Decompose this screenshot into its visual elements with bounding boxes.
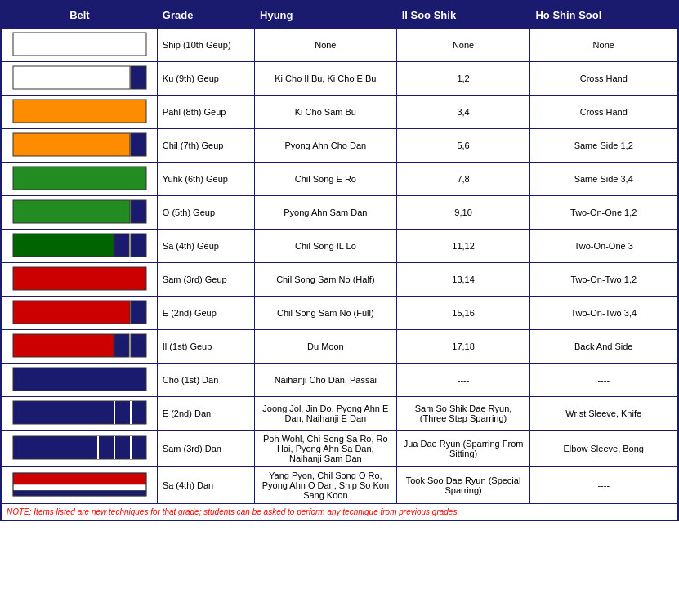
il-soo-shik-cell: None	[396, 29, 530, 62]
hyung-cell: Joong Jol, Jin Do, Pyong Ahn E Dan, Naih…	[255, 397, 397, 431]
table-row: Pahl (8th) GeupKi Cho Sam Bu3,4Cross Han…	[2, 96, 677, 129]
table-row: Sa (4th) GeupChil Song IL Lo11,12Two-On-…	[2, 230, 677, 263]
svg-rect-15	[13, 334, 114, 357]
ho-shin-sool-cell: Back And Side	[530, 330, 677, 364]
grade-header: Grade	[157, 2, 254, 29]
svg-rect-13	[13, 301, 130, 324]
svg-rect-27	[13, 484, 146, 491]
il-soo-shik-cell: 5,6	[396, 129, 530, 163]
table-row: Il (1st) GeupDu Moon17,18Back And Side	[2, 330, 677, 364]
table-row: O (5th) GeupPyong Ahn Sam Dan9,10Two-On-…	[2, 196, 677, 230]
table-row: Chil (7th) GeupPyong Ahn Cho Dan5,6Same …	[2, 129, 677, 163]
il-soo-shik-header: Il Soo Shik	[396, 2, 530, 29]
belt-cell	[2, 163, 158, 196]
hyung-cell: Chil Song Sam No (Half)	[255, 263, 397, 297]
il-soo-shik-cell: Sam So Shik Dae Ryun, (Three Step Sparri…	[396, 397, 530, 431]
il-soo-shik-cell: 9,10	[396, 196, 530, 230]
grade-cell: Sa (4th) Dan	[157, 467, 254, 504]
hyung-cell: Chil Song Sam No (Full)	[255, 297, 397, 330]
hyung-cell: Ki Cho Sam Bu	[255, 96, 397, 129]
hyung-cell: Poh Wohl, Chi Song Sa Ro, Ro Hai, Pyong …	[255, 431, 397, 467]
il-soo-shik-cell: 7,8	[396, 163, 530, 196]
grade-cell: Il (1st) Geup	[157, 330, 254, 364]
svg-rect-19	[13, 401, 146, 424]
ho-shin-sool-cell: Wrist Sleeve, Knife	[530, 397, 677, 431]
table-row: Yuhk (6th) GeupChil Song E Ro7,8Same Sid…	[2, 163, 677, 196]
svg-rect-7	[13, 200, 130, 223]
il-soo-shik-cell: ----	[396, 364, 530, 397]
ho-shin-sool-cell: ----	[530, 364, 677, 397]
ho-shin-sool-cell: Elbow Sleeve, Bong	[530, 431, 677, 467]
il-soo-shik-cell: 13,14	[396, 263, 530, 297]
svg-rect-9	[13, 234, 114, 257]
belt-cell	[2, 196, 158, 230]
belt-cell	[2, 62, 158, 96]
ho-shin-sool-header: Ho Shin Sool	[530, 2, 677, 29]
belt-cell	[2, 297, 158, 330]
grade-cell: Sa (4th) Geup	[157, 230, 254, 263]
svg-rect-12	[13, 267, 146, 290]
belt-cell	[2, 263, 158, 297]
belt-cell	[2, 230, 158, 263]
hyung-header: Hyung	[255, 2, 397, 29]
ho-shin-sool-cell: Cross Hand	[530, 96, 677, 129]
belt-rank-table: Belt Grade Hyung Il Soo Shik Ho Shin Soo…	[0, 0, 679, 521]
svg-rect-6	[13, 167, 146, 190]
svg-rect-1	[13, 66, 130, 89]
il-soo-shik-cell: 1,2	[396, 62, 530, 96]
il-soo-shik-cell: 15,16	[396, 297, 530, 330]
hyung-cell: Yang Pyon, Chil Song O Ro, Pyong Ahn O D…	[255, 467, 397, 504]
belt-cell	[2, 129, 158, 163]
belt-cell	[2, 96, 158, 129]
svg-rect-14	[131, 301, 146, 324]
hyung-cell: Chil Song IL Lo	[255, 230, 397, 263]
belt-cell	[2, 467, 158, 504]
hyung-cell: Pyong Ahn Sam Dan	[255, 196, 397, 230]
svg-rect-5	[131, 133, 146, 156]
table-row: Ship (10th Geup)NoneNoneNone	[2, 29, 677, 62]
belt-header: Belt	[2, 2, 158, 29]
belt-cell	[2, 431, 158, 467]
grade-cell: Ship (10th Geup)	[157, 29, 254, 62]
hyung-cell: Du Moon	[255, 330, 397, 364]
grade-cell: Ku (9th) Geup	[157, 62, 254, 96]
table-row: Sam (3rd) GeupChil Song Sam No (Half)13,…	[2, 263, 677, 297]
hyung-cell: Pyong Ahn Cho Dan	[255, 129, 397, 163]
grade-cell: E (2nd) Geup	[157, 297, 254, 330]
grade-cell: Chil (7th) Geup	[157, 129, 254, 163]
belt-cell	[2, 330, 158, 364]
hyung-cell: Ki Cho Il Bu, Ki Cho E Bu	[255, 62, 397, 96]
table-row: Sam (3rd) DanPoh Wohl, Chi Song Sa Ro, R…	[2, 431, 677, 467]
hyung-cell: Chil Song E Ro	[255, 163, 397, 196]
note-text: NOTE: Items listed are new techniques fo…	[2, 504, 677, 520]
svg-rect-3	[13, 100, 146, 123]
svg-rect-11	[131, 234, 146, 257]
svg-rect-2	[131, 66, 146, 89]
il-soo-shik-cell: Jua Dae Ryun (Sparring From Sitting)	[396, 431, 530, 467]
grade-cell: Cho (1st) Dan	[157, 364, 254, 397]
svg-rect-0	[13, 33, 146, 56]
svg-rect-16	[114, 334, 129, 357]
table-row: Ku (9th) GeupKi Cho Il Bu, Ki Cho E Bu1,…	[2, 62, 677, 96]
ho-shin-sool-cell: Cross Hand	[530, 62, 677, 96]
ho-shin-sool-cell: Same Side 3,4	[530, 163, 677, 196]
svg-rect-4	[13, 133, 130, 156]
svg-rect-28	[13, 491, 146, 497]
hyung-cell: None	[255, 29, 397, 62]
grade-cell: Sam (3rd) Dan	[157, 431, 254, 467]
ho-shin-sool-cell: None	[530, 29, 677, 62]
grade-cell: Yuhk (6th) Geup	[157, 163, 254, 196]
svg-rect-26	[13, 473, 146, 484]
svg-rect-8	[131, 200, 146, 223]
grade-cell: Sam (3rd) Geup	[157, 263, 254, 297]
il-soo-shik-cell: 11,12	[396, 230, 530, 263]
ho-shin-sool-cell: Two-On-Two 3,4	[530, 297, 677, 330]
ho-shin-sool-cell: Same Side 1,2	[530, 129, 677, 163]
ho-shin-sool-cell: Two-On-Two 1,2	[530, 263, 677, 297]
ho-shin-sool-cell: Two-On-One 1,2	[530, 196, 677, 230]
belt-cell	[2, 29, 158, 62]
il-soo-shik-cell: 3,4	[396, 96, 530, 129]
svg-rect-17	[131, 334, 146, 357]
ho-shin-sool-cell: ----	[530, 467, 677, 504]
il-soo-shik-cell: Took Soo Dae Ryun (Special Sparring)	[396, 467, 530, 504]
